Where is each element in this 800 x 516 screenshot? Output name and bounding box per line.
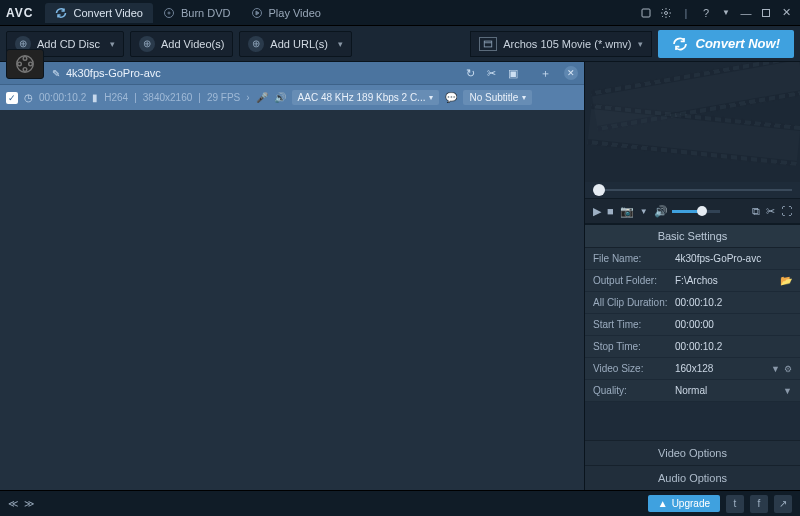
quality-value[interactable]: Normal▼ xyxy=(675,385,792,396)
file-codec: H264 xyxy=(104,92,128,103)
audio-options-section[interactable]: Audio Options xyxy=(585,465,800,490)
refresh-icon xyxy=(55,7,67,19)
stop-button[interactable]: ■ xyxy=(607,205,614,217)
maximize-button[interactable] xyxy=(758,5,774,21)
add-urls-button[interactable]: ⊕ Add URL(s) xyxy=(239,31,351,57)
share-button[interactable]: ↗ xyxy=(774,495,792,513)
output-folder-value[interactable]: F:\Archos📂 xyxy=(675,275,792,286)
label: All Clip Duration: xyxy=(593,297,675,308)
settings-header: Basic Settings xyxy=(585,225,800,248)
close-button[interactable]: ✕ xyxy=(778,5,794,21)
row-output-folder: Output Folder: F:\Archos📂 xyxy=(585,270,800,292)
subtitle-icon: 💬 xyxy=(445,92,457,103)
tab-convert-video[interactable]: Convert Video xyxy=(45,3,153,23)
preview-area xyxy=(585,62,800,182)
label: Start Time: xyxy=(593,319,675,330)
seek-knob[interactable] xyxy=(593,184,605,196)
twitter-button[interactable]: t xyxy=(726,495,744,513)
crop-icon[interactable]: ▣ xyxy=(505,67,521,80)
play-button[interactable]: ▶ xyxy=(593,205,601,218)
snapshot-menu[interactable]: ▼ xyxy=(640,207,648,216)
label: Output Folder: xyxy=(593,275,675,286)
retry-icon[interactable]: ↻ xyxy=(463,67,478,80)
up-arrow-icon: ▲ xyxy=(658,498,668,509)
add-videos-button[interactable]: ⊕ Add Video(s) xyxy=(130,31,233,57)
facebook-icon: f xyxy=(758,498,761,509)
volume-control[interactable]: 🔊 xyxy=(654,205,720,218)
label: Quality: xyxy=(593,385,675,396)
edit-title-icon[interactable]: ✎ xyxy=(52,68,60,79)
upgrade-button[interactable]: ▲Upgrade xyxy=(648,495,720,512)
trim-button[interactable]: ✂ xyxy=(766,205,775,218)
label: Video Size: xyxy=(593,363,675,374)
volume-knob[interactable] xyxy=(697,206,707,216)
subtitle-select[interactable]: No Subtitle xyxy=(463,90,532,105)
help-icon: ? xyxy=(703,7,709,19)
svg-point-12 xyxy=(18,62,22,66)
file-name-value[interactable]: 4k30fps-GoPro-avc xyxy=(675,253,792,264)
audio-track-select[interactable]: AAC 48 KHz 189 Kbps 2 C... xyxy=(292,90,440,105)
toolbar: ⊕ Add CD Disc ⊕ Add Video(s) ⊕ Add URL(s… xyxy=(0,26,800,62)
snapshot-button[interactable]: 📷 xyxy=(620,205,634,218)
svg-point-8 xyxy=(17,56,34,73)
video-options-section[interactable]: Video Options xyxy=(585,440,800,465)
row-quality: Quality: Normal▼ xyxy=(585,380,800,402)
remove-file-button[interactable]: ✕ xyxy=(564,66,578,80)
svg-point-9 xyxy=(23,57,27,61)
video-size-settings-icon[interactable]: ⚙ xyxy=(784,364,792,374)
chevron-down-icon[interactable]: ▼ xyxy=(771,364,780,374)
play-icon xyxy=(251,7,263,19)
video-size-value[interactable]: 160x128▼⚙ xyxy=(675,363,792,374)
url-add-icon: ⊕ xyxy=(248,36,264,52)
chevron-down-icon[interactable]: ▼ xyxy=(783,386,792,396)
tab-burn-dvd[interactable]: Burn DVD xyxy=(153,3,241,23)
fullscreen-button[interactable]: ⛶ xyxy=(781,205,792,217)
volume-icon: 🔊 xyxy=(654,205,668,218)
svg-point-11 xyxy=(23,68,27,72)
file-checkbox[interactable]: ✓ xyxy=(6,92,18,104)
audio-label: AAC 48 KHz 189 Kbps 2 C... xyxy=(298,92,426,103)
tab-play-video[interactable]: Play Video xyxy=(241,3,331,23)
prev-page-button[interactable]: ≪ xyxy=(8,498,18,509)
basic-settings: Basic Settings File Name: 4k30fps-GoPro-… xyxy=(585,224,800,402)
status-bar: ≪ ≫ ▲Upgrade t f ↗ xyxy=(0,490,800,516)
minimize-icon: — xyxy=(741,7,752,19)
twitter-icon: t xyxy=(734,498,737,509)
popout-button[interactable]: ⧉ xyxy=(752,205,760,218)
svg-point-0 xyxy=(164,8,173,17)
tab-label: Convert Video xyxy=(73,7,143,19)
facebook-button[interactable]: f xyxy=(750,495,768,513)
minimize-button[interactable]: — xyxy=(738,5,754,21)
row-all-clip: All Clip Duration: 00:00:10.2 xyxy=(585,292,800,314)
device-icon xyxy=(479,37,497,51)
next-page-button[interactable]: ≫ xyxy=(24,498,34,509)
speaker-icon: 🔊 xyxy=(274,92,286,103)
help-button[interactable]: ? xyxy=(698,5,714,21)
clock-icon: ◷ xyxy=(24,92,33,103)
file-item[interactable]: ✎ 4k30fps-GoPro-avc ↻ ✂ ▣ ＋ ✕ ✓ ◷ 00:00:… xyxy=(0,62,584,110)
button-label: Add Video(s) xyxy=(161,38,224,50)
cut-icon[interactable]: ✂ xyxy=(484,67,499,80)
settings-button[interactable] xyxy=(658,5,674,21)
start-time-value[interactable]: 00:00:00 xyxy=(675,319,792,330)
side-panel: ▶ ■ 📷 ▼ 🔊 ⧉ ✂ ⛶ Basic Settings File Name… xyxy=(585,62,800,490)
convert-now-button[interactable]: Convert Now! xyxy=(658,30,795,58)
preview-controls: ▶ ■ 📷 ▼ 🔊 ⧉ ✂ ⛶ xyxy=(585,198,800,224)
help-menu-button[interactable]: ▼ xyxy=(718,5,734,21)
button-label: Add CD Disc xyxy=(37,38,100,50)
convert-icon xyxy=(672,36,688,52)
add-icon[interactable]: ＋ xyxy=(537,66,554,81)
skin-button[interactable] xyxy=(638,5,654,21)
row-video-size: Video Size: 160x128▼⚙ xyxy=(585,358,800,380)
divider: | xyxy=(678,5,694,21)
seek-bar[interactable] xyxy=(585,182,800,198)
output-profile-select[interactable]: Archos 105 Movie (*.wmv) xyxy=(470,31,651,57)
svg-point-1 xyxy=(168,12,170,14)
label: File Name: xyxy=(593,253,675,264)
tab-label: Play Video xyxy=(269,7,321,19)
stop-time-value[interactable]: 00:00:10.2 xyxy=(675,341,792,352)
output-profile-label: Archos 105 Movie (*.wmv) xyxy=(503,38,631,50)
app-logo: AVC xyxy=(6,6,33,20)
file-thumbnail xyxy=(6,49,44,79)
browse-folder-icon[interactable]: 📂 xyxy=(780,275,792,286)
